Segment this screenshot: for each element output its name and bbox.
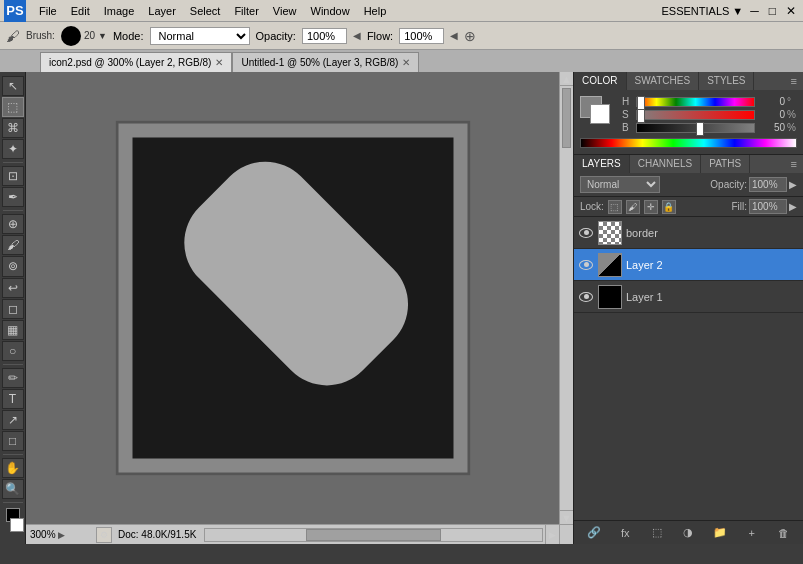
vertical-scrollbar[interactable]: ▲ ▼	[559, 72, 573, 524]
tool-zoom[interactable]: 🔍	[2, 479, 24, 499]
sat-thumb[interactable]	[637, 109, 645, 123]
scroll-thumb-v[interactable]	[562, 88, 571, 148]
opacity-slider-icon[interactable]: ◀	[353, 30, 361, 41]
layer-fill-input[interactable]	[749, 199, 787, 214]
brush-dropdown-arrow[interactable]: ▼	[98, 31, 107, 41]
close-icon[interactable]: ✕	[783, 4, 799, 18]
color-panel-menu-icon[interactable]: ≡	[785, 72, 803, 90]
tab-layers[interactable]: LAYERS	[574, 155, 630, 173]
menu-image[interactable]: Image	[97, 3, 142, 19]
layer-mask-icon[interactable]: ⬚	[648, 524, 666, 542]
menu-edit[interactable]: Edit	[64, 3, 97, 19]
background-swatch[interactable]	[590, 104, 610, 124]
layer-opacity-input[interactable]	[749, 177, 787, 192]
layer-vis-layer1[interactable]	[578, 289, 594, 305]
horizontal-scrollbar[interactable]	[204, 528, 543, 542]
doc-info: Doc: 48.0K/91.5K	[112, 529, 202, 540]
tab-swatches[interactable]: SWATCHES	[627, 72, 700, 90]
opacity-arrow-icon[interactable]: ▶	[789, 179, 797, 190]
tool-healing[interactable]: ⊕	[2, 214, 24, 234]
zoom-context-icon[interactable]: ▶	[58, 530, 65, 540]
tool-crop[interactable]: ⊡	[2, 166, 24, 186]
menu-file[interactable]: File	[32, 3, 64, 19]
tool-lasso[interactable]: ⌘	[2, 118, 24, 138]
sat-slider[interactable]	[636, 110, 755, 120]
layer-fx-icon[interactable]: fx	[616, 524, 634, 542]
tool-magic-wand[interactable]: ✦	[2, 139, 24, 159]
restore-icon[interactable]: □	[766, 4, 779, 18]
tab-icon2-close[interactable]: ✕	[215, 57, 223, 68]
scroll-right-arrow[interactable]: ▶	[545, 525, 559, 545]
tool-brush[interactable]: 🖌	[2, 235, 24, 255]
fg-bg-colors[interactable]	[4, 506, 22, 540]
tab-color[interactable]: COLOR	[574, 72, 627, 90]
tool-eyedropper[interactable]: ✒	[2, 187, 24, 207]
tab-paths[interactable]: PATHS	[701, 155, 750, 173]
canvas-options-icon[interactable]: ⚙	[96, 527, 112, 543]
tab-channels[interactable]: CHANNELS	[630, 155, 701, 173]
lock-all-icon[interactable]: 🔒	[662, 200, 676, 214]
bright-value[interactable]: 50	[757, 122, 785, 133]
tool-dodge[interactable]: ○	[2, 341, 24, 361]
tab-styles[interactable]: STYLES	[699, 72, 754, 90]
tab-icon2[interactable]: icon2.psd @ 300% (Layer 2, RGB/8) ✕	[40, 52, 232, 72]
canvas-viewport[interactable]	[26, 72, 559, 524]
bright-slider[interactable]	[636, 123, 755, 133]
tool-text[interactable]: T	[2, 389, 24, 409]
tool-history-brush[interactable]: ↩	[2, 278, 24, 298]
scroll-up-arrow[interactable]: ▲	[560, 72, 573, 86]
layer-vis-layer2[interactable]	[578, 257, 594, 273]
tool-eraser[interactable]: ◻	[2, 299, 24, 319]
scroll-down-arrow[interactable]: ▼	[560, 510, 573, 524]
menu-layer[interactable]: Layer	[141, 3, 183, 19]
layer-vis-border[interactable]	[578, 225, 594, 241]
tab-untitled[interactable]: Untitled-1 @ 50% (Layer 3, RGB/8) ✕	[232, 52, 419, 72]
menu-view[interactable]: View	[266, 3, 304, 19]
opacity-input[interactable]	[302, 28, 347, 44]
airbrush-icon[interactable]: ⊕	[464, 28, 476, 44]
layer-item-border[interactable]: border	[574, 217, 803, 249]
layer-group-icon[interactable]: 📁	[711, 524, 729, 542]
lock-position-icon[interactable]: ✛	[644, 200, 658, 214]
layer-new-icon[interactable]: +	[743, 524, 761, 542]
menu-help[interactable]: Help	[357, 3, 394, 19]
hue-value[interactable]: 0	[757, 96, 785, 107]
tool-move[interactable]: ↖	[2, 76, 24, 96]
menu-select[interactable]: Select	[183, 3, 228, 19]
lock-image-icon[interactable]: 🖌	[626, 200, 640, 214]
layer-adjustment-icon[interactable]: ◑	[679, 524, 697, 542]
hue-thumb[interactable]	[637, 96, 645, 110]
tool-clone[interactable]: ⊚	[2, 256, 24, 276]
menu-window[interactable]: Window	[304, 3, 357, 19]
layer-blend-select[interactable]: Normal	[580, 176, 660, 193]
flow-input[interactable]	[399, 28, 444, 44]
tool-pen[interactable]: ✏	[2, 368, 24, 388]
scroll-thumb-h[interactable]	[306, 529, 441, 541]
essentials-button[interactable]: ESSENTIALS ▼	[661, 5, 743, 17]
tool-gradient[interactable]: ▦	[2, 320, 24, 340]
scroll-track-v[interactable]	[560, 86, 573, 510]
tool-path-select[interactable]: ↗	[2, 410, 24, 430]
tool-marquee[interactable]: ⬚	[2, 97, 24, 117]
blend-mode-select[interactable]: Normal	[150, 27, 250, 45]
bright-thumb[interactable]	[696, 122, 704, 136]
minimize-icon[interactable]: ─	[747, 4, 762, 18]
flow-slider-icon[interactable]: ◀	[450, 30, 458, 41]
layer-delete-icon[interactable]: 🗑	[774, 524, 792, 542]
brush-picker[interactable]: 20 ▼	[61, 26, 107, 46]
tab-untitled-close[interactable]: ✕	[402, 57, 410, 68]
layer-link-icon[interactable]: 🔗	[585, 524, 603, 542]
fill-arrow-icon[interactable]: ▶	[789, 201, 797, 212]
layers-panel-menu-icon[interactable]: ≡	[785, 155, 803, 173]
tool-hand[interactable]: ✋	[2, 458, 24, 478]
background-color[interactable]	[10, 518, 24, 532]
hue-slider[interactable]	[636, 97, 755, 107]
sat-row: S 0 %	[622, 109, 797, 120]
layer-item-layer1[interactable]: Layer 1	[574, 281, 803, 313]
color-ramp-bar[interactable]	[580, 138, 797, 148]
lock-transparent-icon[interactable]: ⬚	[608, 200, 622, 214]
layer-item-layer2[interactable]: Layer 2	[574, 249, 803, 281]
sat-value[interactable]: 0	[757, 109, 785, 120]
tool-shape[interactable]: □	[2, 431, 24, 451]
menu-filter[interactable]: Filter	[227, 3, 265, 19]
